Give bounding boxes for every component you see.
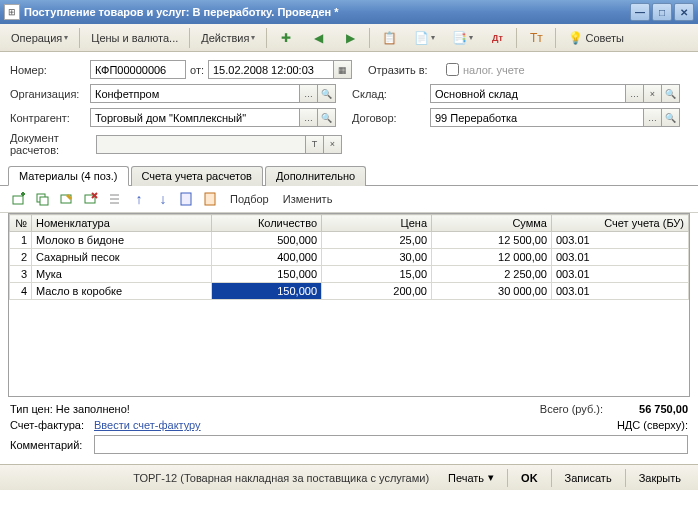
cell-nom: Масло в коробке [32,283,212,300]
row-copy-icon[interactable] [32,189,54,209]
table-row[interactable]: 4Масло в коробке150,000200,0030 000,0000… [10,283,689,300]
tab-extra[interactable]: Дополнительно [265,166,366,186]
org-open-button[interactable]: 🔍 [318,84,336,103]
from-label: от: [190,64,204,76]
counterparty-input[interactable] [90,108,300,127]
counterparty-open-button[interactable]: 🔍 [318,108,336,127]
select-button[interactable]: Подбор [224,191,275,207]
actions-menu[interactable]: Действия ▾ [194,29,262,47]
nav-forward-icon[interactable]: ▶ [335,27,365,49]
add-icon[interactable]: ✚ [271,27,301,49]
row-down-icon[interactable]: ↓ [152,189,174,209]
col-sum[interactable]: Сумма [432,215,552,232]
cell-qty: 150,000 [212,283,322,300]
org-select-button[interactable]: … [300,84,318,103]
col-price[interactable]: Цена [322,215,432,232]
counterparty-select-button[interactable]: … [300,108,318,127]
svg-rect-4 [40,197,48,205]
row-sort-icon[interactable] [104,189,126,209]
number-input[interactable] [90,60,186,79]
doc-calc-label: Документ расчетов: [10,132,90,156]
cell-nom: Сахарный песок [32,249,212,266]
ok-button[interactable]: OK [512,469,547,487]
total-label: Всего (руб.): [540,403,603,415]
row-add-icon[interactable] [8,189,30,209]
contract-select-button[interactable]: … [644,108,662,127]
org-input[interactable] [90,84,300,103]
doc-calc-clear-button[interactable]: × [324,135,342,154]
table-row[interactable]: 3Мука150,00015,002 250,00003.01 [10,266,689,283]
row-edit-icon[interactable] [56,189,78,209]
col-no[interactable]: № [10,215,32,232]
price-type-label: Тип цен: Не заполнено! [10,403,540,415]
tab-accounts[interactable]: Счета учета расчетов [131,166,263,186]
subord-icon[interactable]: 📑▾ [444,27,480,49]
date-picker-button[interactable]: ▦ [334,60,352,79]
vat-label: НДС (сверху): [617,419,688,431]
print-menu[interactable]: Печать ▾ [439,468,503,487]
date-input[interactable] [208,60,334,79]
materials-grid[interactable]: № Номенклатура Количество Цена Сумма Сче… [8,213,690,397]
close-button[interactable]: Закрыть [630,469,690,487]
col-acct[interactable]: Счет учета (БУ) [552,215,689,232]
cell-price: 30,00 [322,249,432,266]
window-title: Поступление товаров и услуг: В переработ… [24,6,630,18]
cell-sum: 12 000,00 [432,249,552,266]
comment-input[interactable] [94,435,688,454]
row-config-icon[interactable] [176,189,198,209]
warehouse-label: Склад: [352,88,430,100]
edit-button[interactable]: Изменить [277,191,339,207]
tax-checkbox[interactable] [446,63,459,76]
operation-menu[interactable]: Операция ▾ [4,29,75,47]
close-window-button[interactable]: ✕ [674,3,694,21]
warehouse-input[interactable] [430,84,626,103]
col-qty[interactable]: Количество [212,215,322,232]
nav-back-icon[interactable]: ◀ [303,27,333,49]
structure-icon[interactable]: Тт [521,27,551,49]
number-label: Номер: [10,64,90,76]
doc-calc-input[interactable] [96,135,306,154]
row-del-icon[interactable] [80,189,102,209]
cell-price: 200,00 [322,283,432,300]
tips-button[interactable]: 💡Советы [560,27,630,49]
cell-nom: Мука [32,266,212,283]
cell-sum: 12 500,00 [432,232,552,249]
table-row[interactable]: 2Сахарный песок400,00030,0012 000,00003.… [10,249,689,266]
reflect-label: Отразить в: [368,64,446,76]
warehouse-open-button[interactable]: 🔍 [662,84,680,103]
cell-price: 15,00 [322,266,432,283]
invoice-label: Счет-фактура: [10,419,94,431]
comment-label: Комментарий: [10,439,94,451]
minimize-button[interactable]: — [630,3,650,21]
title-bar: ⊞ Поступление товаров и услуг: В перераб… [0,0,698,24]
col-nom[interactable]: Номенклатура [32,215,212,232]
save-button[interactable]: Записать [556,469,621,487]
print-form-label: ТОРГ-12 (Товарная накладная за поставщик… [8,472,435,484]
tab-materials[interactable]: Материалы (4 поз.) [8,166,129,186]
total-value: 56 750,00 [639,403,688,415]
doc-calc-t-button[interactable]: T [306,135,324,154]
row-up-icon[interactable]: ↑ [128,189,150,209]
warehouse-clear-button[interactable]: × [644,84,662,103]
dtkt-icon[interactable]: Дт [482,27,512,49]
svg-rect-12 [181,193,191,205]
cell-price: 25,00 [322,232,432,249]
sheet-check-icon[interactable]: 📋 [374,27,404,49]
cell-no: 1 [10,232,32,249]
cell-no: 3 [10,266,32,283]
tax-label: налог. учете [463,64,525,76]
contract-label: Договор: [352,112,430,124]
cell-acct: 003.01 [552,266,689,283]
report-icon[interactable]: 📄▾ [406,27,442,49]
bottom-bar: ТОРГ-12 (Товарная накладная за поставщик… [0,464,698,490]
cell-no: 2 [10,249,32,266]
invoice-link[interactable]: Ввести счет-фактуру [94,419,617,431]
contract-input[interactable] [430,108,644,127]
row-settings-icon[interactable] [200,189,222,209]
contract-open-button[interactable]: 🔍 [662,108,680,127]
warehouse-select-button[interactable]: … [626,84,644,103]
prices-button[interactable]: Цены и валюта... [84,29,185,47]
cell-no: 4 [10,283,32,300]
table-row[interactable]: 1Молоко в бидоне500,00025,0012 500,00003… [10,232,689,249]
maximize-button[interactable]: □ [652,3,672,21]
